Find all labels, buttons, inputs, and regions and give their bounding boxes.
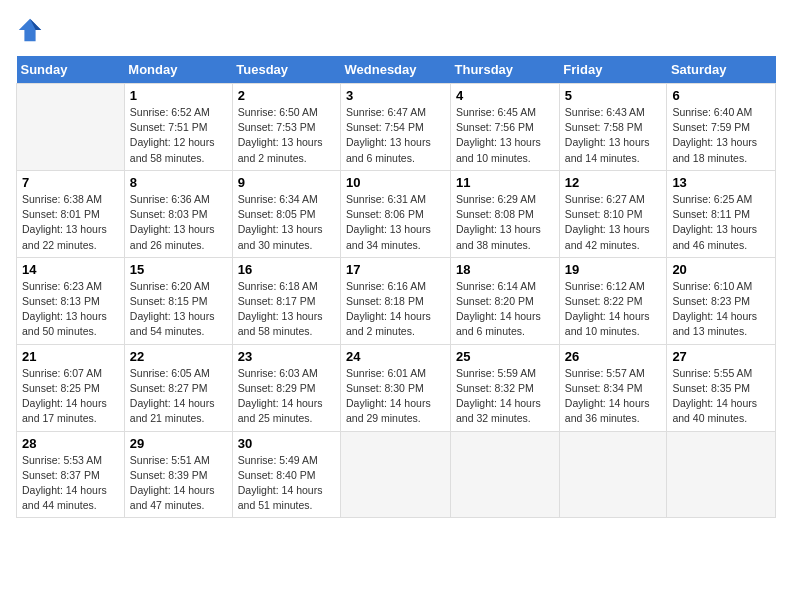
- calendar-cell: 17Sunrise: 6:16 AMSunset: 8:18 PMDayligh…: [341, 257, 451, 344]
- calendar-cell: 12Sunrise: 6:27 AMSunset: 8:10 PMDayligh…: [559, 170, 667, 257]
- calendar-cell: 28Sunrise: 5:53 AMSunset: 8:37 PMDayligh…: [17, 431, 125, 518]
- calendar-cell: 1Sunrise: 6:52 AMSunset: 7:51 PMDaylight…: [124, 84, 232, 171]
- calendar-cell: 22Sunrise: 6:05 AMSunset: 8:27 PMDayligh…: [124, 344, 232, 431]
- calendar-cell: 23Sunrise: 6:03 AMSunset: 8:29 PMDayligh…: [232, 344, 340, 431]
- calendar-cell: 18Sunrise: 6:14 AMSunset: 8:20 PMDayligh…: [451, 257, 560, 344]
- day-info: Sunrise: 6:03 AMSunset: 8:29 PMDaylight:…: [238, 366, 335, 427]
- calendar-week-row: 1Sunrise: 6:52 AMSunset: 7:51 PMDaylight…: [17, 84, 776, 171]
- calendar-cell: 9Sunrise: 6:34 AMSunset: 8:05 PMDaylight…: [232, 170, 340, 257]
- day-number: 6: [672, 88, 770, 103]
- calendar-cell: [17, 84, 125, 171]
- day-info: Sunrise: 5:53 AMSunset: 8:37 PMDaylight:…: [22, 453, 119, 514]
- calendar-cell: 27Sunrise: 5:55 AMSunset: 8:35 PMDayligh…: [667, 344, 776, 431]
- calendar-cell: 14Sunrise: 6:23 AMSunset: 8:13 PMDayligh…: [17, 257, 125, 344]
- day-info: Sunrise: 6:25 AMSunset: 8:11 PMDaylight:…: [672, 192, 770, 253]
- day-info: Sunrise: 5:49 AMSunset: 8:40 PMDaylight:…: [238, 453, 335, 514]
- day-number: 20: [672, 262, 770, 277]
- day-number: 30: [238, 436, 335, 451]
- day-number: 2: [238, 88, 335, 103]
- calendar-cell: 19Sunrise: 6:12 AMSunset: 8:22 PMDayligh…: [559, 257, 667, 344]
- day-number: 7: [22, 175, 119, 190]
- day-number: 14: [22, 262, 119, 277]
- day-info: Sunrise: 6:47 AMSunset: 7:54 PMDaylight:…: [346, 105, 445, 166]
- day-info: Sunrise: 5:59 AMSunset: 8:32 PMDaylight:…: [456, 366, 554, 427]
- day-info: Sunrise: 6:38 AMSunset: 8:01 PMDaylight:…: [22, 192, 119, 253]
- calendar-cell: [667, 431, 776, 518]
- day-info: Sunrise: 6:01 AMSunset: 8:30 PMDaylight:…: [346, 366, 445, 427]
- day-number: 25: [456, 349, 554, 364]
- day-info: Sunrise: 6:14 AMSunset: 8:20 PMDaylight:…: [456, 279, 554, 340]
- day-info: Sunrise: 6:31 AMSunset: 8:06 PMDaylight:…: [346, 192, 445, 253]
- calendar-cell: 20Sunrise: 6:10 AMSunset: 8:23 PMDayligh…: [667, 257, 776, 344]
- day-number: 9: [238, 175, 335, 190]
- day-number: 26: [565, 349, 662, 364]
- day-info: Sunrise: 6:10 AMSunset: 8:23 PMDaylight:…: [672, 279, 770, 340]
- day-number: 22: [130, 349, 227, 364]
- calendar-cell: 30Sunrise: 5:49 AMSunset: 8:40 PMDayligh…: [232, 431, 340, 518]
- day-info: Sunrise: 6:12 AMSunset: 8:22 PMDaylight:…: [565, 279, 662, 340]
- page-header: [16, 16, 776, 44]
- weekday-header: Friday: [559, 56, 667, 84]
- day-info: Sunrise: 6:34 AMSunset: 8:05 PMDaylight:…: [238, 192, 335, 253]
- weekday-header: Sunday: [17, 56, 125, 84]
- logo-icon: [16, 16, 44, 44]
- day-number: 27: [672, 349, 770, 364]
- logo: [16, 16, 48, 44]
- day-number: 28: [22, 436, 119, 451]
- calendar-cell: 25Sunrise: 5:59 AMSunset: 8:32 PMDayligh…: [451, 344, 560, 431]
- day-number: 4: [456, 88, 554, 103]
- day-number: 24: [346, 349, 445, 364]
- day-number: 8: [130, 175, 227, 190]
- calendar-cell: 3Sunrise: 6:47 AMSunset: 7:54 PMDaylight…: [341, 84, 451, 171]
- day-info: Sunrise: 6:05 AMSunset: 8:27 PMDaylight:…: [130, 366, 227, 427]
- day-info: Sunrise: 6:16 AMSunset: 8:18 PMDaylight:…: [346, 279, 445, 340]
- day-info: Sunrise: 6:20 AMSunset: 8:15 PMDaylight:…: [130, 279, 227, 340]
- calendar-cell: [451, 431, 560, 518]
- calendar-week-row: 14Sunrise: 6:23 AMSunset: 8:13 PMDayligh…: [17, 257, 776, 344]
- day-number: 3: [346, 88, 445, 103]
- day-info: Sunrise: 6:07 AMSunset: 8:25 PMDaylight:…: [22, 366, 119, 427]
- calendar-cell: 5Sunrise: 6:43 AMSunset: 7:58 PMDaylight…: [559, 84, 667, 171]
- calendar-week-row: 28Sunrise: 5:53 AMSunset: 8:37 PMDayligh…: [17, 431, 776, 518]
- weekday-header: Wednesday: [341, 56, 451, 84]
- calendar-cell: 21Sunrise: 6:07 AMSunset: 8:25 PMDayligh…: [17, 344, 125, 431]
- day-number: 23: [238, 349, 335, 364]
- day-number: 17: [346, 262, 445, 277]
- calendar-table: SundayMondayTuesdayWednesdayThursdayFrid…: [16, 56, 776, 518]
- day-info: Sunrise: 5:57 AMSunset: 8:34 PMDaylight:…: [565, 366, 662, 427]
- day-number: 21: [22, 349, 119, 364]
- day-number: 5: [565, 88, 662, 103]
- calendar-cell: [559, 431, 667, 518]
- day-number: 16: [238, 262, 335, 277]
- day-info: Sunrise: 6:43 AMSunset: 7:58 PMDaylight:…: [565, 105, 662, 166]
- day-info: Sunrise: 6:27 AMSunset: 8:10 PMDaylight:…: [565, 192, 662, 253]
- calendar-cell: 29Sunrise: 5:51 AMSunset: 8:39 PMDayligh…: [124, 431, 232, 518]
- calendar-week-row: 7Sunrise: 6:38 AMSunset: 8:01 PMDaylight…: [17, 170, 776, 257]
- day-number: 18: [456, 262, 554, 277]
- calendar-cell: 15Sunrise: 6:20 AMSunset: 8:15 PMDayligh…: [124, 257, 232, 344]
- weekday-header: Thursday: [451, 56, 560, 84]
- day-number: 13: [672, 175, 770, 190]
- calendar-cell: 6Sunrise: 6:40 AMSunset: 7:59 PMDaylight…: [667, 84, 776, 171]
- calendar-cell: 26Sunrise: 5:57 AMSunset: 8:34 PMDayligh…: [559, 344, 667, 431]
- day-info: Sunrise: 6:40 AMSunset: 7:59 PMDaylight:…: [672, 105, 770, 166]
- day-info: Sunrise: 6:36 AMSunset: 8:03 PMDaylight:…: [130, 192, 227, 253]
- calendar-cell: 2Sunrise: 6:50 AMSunset: 7:53 PMDaylight…: [232, 84, 340, 171]
- day-number: 11: [456, 175, 554, 190]
- weekday-header: Monday: [124, 56, 232, 84]
- day-info: Sunrise: 6:29 AMSunset: 8:08 PMDaylight:…: [456, 192, 554, 253]
- calendar-cell: 4Sunrise: 6:45 AMSunset: 7:56 PMDaylight…: [451, 84, 560, 171]
- day-number: 12: [565, 175, 662, 190]
- day-number: 29: [130, 436, 227, 451]
- day-info: Sunrise: 6:52 AMSunset: 7:51 PMDaylight:…: [130, 105, 227, 166]
- calendar-body: 1Sunrise: 6:52 AMSunset: 7:51 PMDaylight…: [17, 84, 776, 518]
- day-info: Sunrise: 5:51 AMSunset: 8:39 PMDaylight:…: [130, 453, 227, 514]
- calendar-week-row: 21Sunrise: 6:07 AMSunset: 8:25 PMDayligh…: [17, 344, 776, 431]
- calendar-cell: 10Sunrise: 6:31 AMSunset: 8:06 PMDayligh…: [341, 170, 451, 257]
- day-info: Sunrise: 6:18 AMSunset: 8:17 PMDaylight:…: [238, 279, 335, 340]
- day-info: Sunrise: 6:50 AMSunset: 7:53 PMDaylight:…: [238, 105, 335, 166]
- day-info: Sunrise: 6:45 AMSunset: 7:56 PMDaylight:…: [456, 105, 554, 166]
- weekday-header: Saturday: [667, 56, 776, 84]
- day-number: 10: [346, 175, 445, 190]
- calendar-header: SundayMondayTuesdayWednesdayThursdayFrid…: [17, 56, 776, 84]
